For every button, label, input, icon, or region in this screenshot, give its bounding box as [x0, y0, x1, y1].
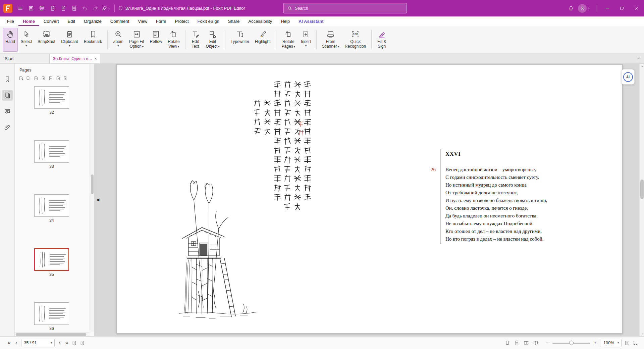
highlight-button[interactable]: Highlight [252, 28, 273, 52]
menu-foxit-esign[interactable]: Foxit eSign [193, 16, 224, 26]
menu-ai-assistant[interactable]: AI Assistant [294, 16, 328, 26]
pages-panel-hscrollbar[interactable] [15, 332, 90, 336]
brush-button[interactable] [101, 3, 111, 13]
previous-page-button[interactable]: ‹ [13, 340, 19, 346]
menu-comment[interactable]: Comment [106, 16, 133, 26]
pt-copy-icon [26, 76, 31, 81]
menu-button[interactable] [15, 3, 25, 13]
close-button[interactable] [629, 0, 644, 16]
pages-panel: Pages 3233343536 [15, 64, 95, 336]
copy-page-button[interactable] [25, 75, 32, 82]
scrollbar-thumb[interactable] [91, 174, 94, 194]
minimize-button[interactable] [600, 0, 614, 16]
fit-page-button[interactable] [623, 339, 631, 347]
snapshot-button[interactable]: SnapShot [35, 28, 58, 52]
fullscreen-button[interactable] [631, 339, 639, 347]
view-mode-facing-button[interactable] [522, 339, 530, 347]
zoom-slider[interactable] [552, 339, 590, 347]
panel-tab-attachments[interactable] [2, 122, 13, 133]
search-box[interactable] [283, 3, 407, 13]
next-view-button[interactable] [78, 339, 87, 347]
page-thumbnail-34[interactable] [34, 194, 69, 217]
account-button[interactable] [578, 4, 591, 13]
collapse-ribbon-button[interactable] [636, 56, 641, 62]
zoom-level-field[interactable]: 100% ▾ [601, 339, 622, 347]
scroll-down-icon[interactable] [640, 332, 644, 336]
tab-close-icon[interactable]: × [94, 56, 97, 61]
rotate-pages-button[interactable]: RotatePages ▾ [279, 28, 298, 52]
menu-file[interactable]: File [3, 16, 18, 26]
panel-tab-comments[interactable] [2, 106, 13, 117]
view-mode-continuous-button[interactable] [513, 339, 521, 347]
bookmark-button[interactable]: Bookmark [81, 28, 105, 52]
redo-button[interactable] [90, 3, 100, 13]
search-input[interactable] [295, 6, 403, 11]
fill-sign-button[interactable]: Fill &Sign [374, 28, 389, 52]
view-mode-book-button[interactable] [532, 339, 540, 347]
page-thumbnail-33[interactable] [34, 140, 69, 163]
menu-view[interactable]: View [133, 16, 152, 26]
quick-recognition-button[interactable]: OCRQuickRecognition [342, 28, 369, 52]
doc-convert-button[interactable] [69, 3, 79, 13]
view-mode-single-button[interactable] [503, 339, 512, 347]
move-page-up-button[interactable] [33, 75, 39, 82]
reflow-button[interactable]: Reflow [147, 28, 165, 52]
edit-object-button[interactable]: EditObject ▾ [203, 28, 222, 52]
move-page-down-button[interactable] [40, 75, 47, 82]
pages-panel-scrollbar[interactable] [90, 64, 94, 332]
menu-help[interactable]: Help [276, 16, 294, 26]
document-scrollbar[interactable] [639, 64, 644, 336]
select-button[interactable]: Select▾ [18, 28, 35, 52]
maximize-button[interactable] [614, 0, 629, 16]
from-scanner-button[interactable]: FromScanner ▾ [319, 28, 342, 52]
edit-text-button[interactable]: EditText [188, 28, 203, 52]
select-pages-button[interactable] [18, 75, 24, 82]
tab-start[interactable]: Start [0, 54, 50, 63]
insert-page-button[interactable] [48, 75, 54, 82]
first-page-button[interactable]: « [5, 340, 13, 346]
insert-button[interactable]: Insert▾ [298, 28, 314, 52]
panel-collapse-handle[interactable]: ◀ [96, 197, 99, 202]
zoom-button[interactable]: Zoom▾ [110, 28, 126, 52]
menu-protect[interactable]: Protect [170, 16, 193, 26]
menu-home[interactable]: Home [18, 16, 39, 26]
rotate-view-button[interactable]: RotateView ▾ [165, 28, 182, 52]
scrollbar-thumb[interactable] [16, 333, 86, 336]
zoom-out-button[interactable]: − [543, 340, 551, 346]
ai-assistant-widget[interactable]: AI [621, 69, 635, 85]
save-button[interactable] [26, 3, 36, 13]
notifications-bell-button[interactable] [566, 3, 576, 13]
page-properties-button[interactable] [62, 75, 69, 82]
menu-convert[interactable]: Convert [39, 16, 63, 26]
doc-export-button[interactable] [47, 3, 57, 13]
delete-page-button[interactable] [55, 75, 61, 82]
page-number-field[interactable]: 35 / 91 ▾ [21, 339, 55, 347]
zoom-in-button[interactable]: + [591, 340, 599, 346]
caret-down-icon: ▾ [217, 45, 219, 48]
page-fit-option-button[interactable]: Page FitOption ▾ [126, 28, 147, 52]
zoom-slider-thumb[interactable] [569, 341, 574, 345]
menu-edit[interactable]: Edit [63, 16, 79, 26]
undo-button[interactable] [79, 3, 90, 13]
clipboard-button[interactable]: Clipboard▾ [58, 28, 81, 52]
tab-document[interactable]: Эл.Книга_Один в ло... × [50, 54, 100, 63]
previous-view-button[interactable] [70, 339, 78, 347]
menu-share[interactable]: Share [224, 16, 244, 26]
panel-tab-bookmarks[interactable] [2, 74, 13, 85]
typewriter-button[interactable]: Typewriter [228, 28, 252, 52]
last-page-button[interactable]: » [63, 340, 71, 346]
page-thumbnail-36[interactable] [34, 302, 69, 325]
doc-import-button[interactable] [58, 3, 68, 13]
page-thumbnail-32[interactable] [34, 86, 69, 109]
shield-icon [118, 6, 123, 11]
panel-tab-pages[interactable] [2, 90, 13, 101]
hand-button[interactable]: Hand [3, 28, 18, 52]
menu-organize[interactable]: Organize [79, 16, 106, 26]
print-button[interactable] [37, 3, 47, 13]
menu-form[interactable]: Form [152, 16, 170, 26]
scroll-up-icon[interactable] [640, 64, 644, 68]
menu-accessibility[interactable]: Accessibility [244, 16, 276, 26]
next-page-button[interactable]: › [56, 340, 63, 346]
page-thumbnail-35[interactable] [34, 248, 69, 271]
scrollbar-thumb[interactable] [640, 180, 644, 199]
